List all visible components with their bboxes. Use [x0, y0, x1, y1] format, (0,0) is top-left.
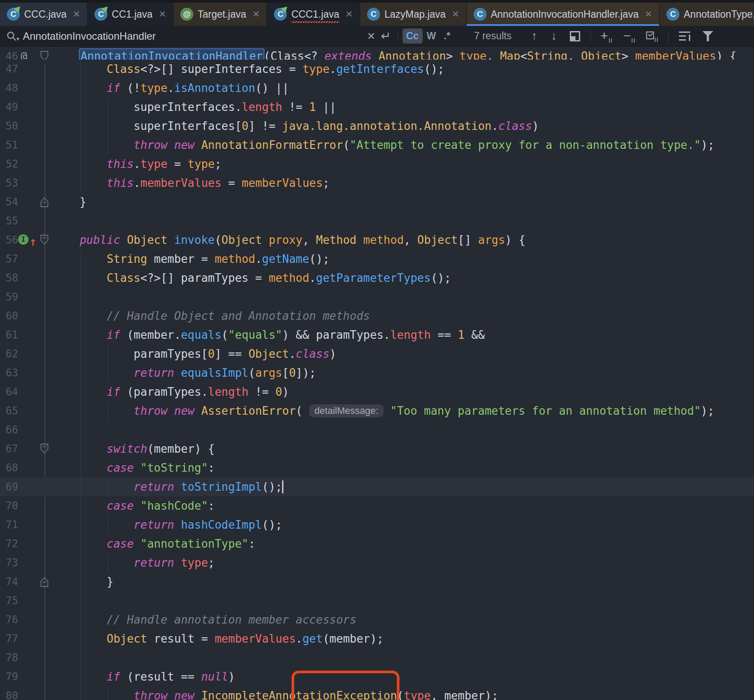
code-line-52[interactable]: 52 this.type = type;: [0, 155, 754, 173]
select-all-occurrences-button[interactable]: II: [641, 29, 664, 43]
search-input[interactable]: AnnotationInvocationHandler: [23, 30, 156, 42]
code-token: ) && paramTypes.: [282, 328, 390, 341]
code-token: type: [181, 556, 208, 569]
code-text: // Handle annotation member accessors: [53, 610, 356, 629]
code-line-53[interactable]: 53 this.memberValues = memberValues;: [0, 173, 754, 192]
code-token: =: [221, 177, 242, 189]
line-number: 65: [0, 401, 18, 420]
code-text: return equalsImpl(args[0]);: [53, 363, 316, 382]
fold-marker-icon[interactable]: [40, 50, 49, 60]
code-line-56[interactable]: 56I↑ public Object invoke(Object proxy, …: [0, 230, 754, 249]
code-editor[interactable]: 46@ AnnotationInvocationHandler(Class<? …: [0, 47, 754, 700]
remove-occurrence-button[interactable]: −II: [618, 28, 641, 44]
add-occurrence-button[interactable]: +II: [595, 28, 618, 44]
tab-close-icon[interactable]: ✕: [72, 9, 80, 19]
code-token: (member);: [323, 632, 383, 645]
tab-close-icon[interactable]: ✕: [644, 9, 652, 19]
code-token: this: [107, 158, 134, 170]
code-line-78[interactable]: 78: [0, 648, 754, 667]
code-line-71[interactable]: 71 return hashCodeImpl();: [0, 515, 754, 534]
code-token: [174, 556, 181, 569]
code-line-49[interactable]: 49 superInterfaces.length != 1 ||: [0, 98, 754, 117]
implementing-method-gutter-icon[interactable]: I: [18, 234, 28, 245]
tab-CCC1.java[interactable]: CCCC1.java✕: [267, 3, 360, 26]
match-case-toggle[interactable]: Cc: [402, 28, 423, 44]
tab-AnnotationType.java[interactable]: CAnnotationType.java: [660, 3, 754, 26]
code-line-79[interactable]: 79 if (result == null): [0, 667, 754, 686]
code-line-61[interactable]: 61 if (member.equals("equals") && paramT…: [0, 325, 754, 344]
code-token: .: [134, 158, 141, 170]
code-token: class: [296, 347, 330, 360]
code-token: ();: [309, 252, 330, 265]
code-token: [167, 689, 174, 700]
tab-LazyMap.java[interactable]: CLazyMap.java✕: [360, 3, 467, 26]
code-token: return: [134, 518, 174, 531]
code-line-80[interactable]: 80 throw new IncompleteAnnotationExcepti…: [0, 686, 754, 700]
code-line-73[interactable]: 73 return type;: [0, 553, 754, 572]
code-line-66[interactable]: 66: [0, 420, 754, 439]
code-line-74[interactable]: 74 }: [0, 572, 754, 591]
fold-marker-icon[interactable]: [40, 576, 49, 587]
tab-close-icon[interactable]: ✕: [452, 9, 459, 19]
tab-CC1.java[interactable]: CCC1.java✕: [88, 3, 173, 26]
code-line-51[interactable]: 51 throw new AnnotationFormatError("Atte…: [0, 136, 754, 155]
code-line-63[interactable]: 63 return equalsImpl(args[0]);: [0, 363, 754, 382]
regex-toggle[interactable]: .*: [440, 28, 454, 44]
open-results-in-tool-window-icon[interactable]: [570, 31, 580, 41]
search-history-chevron-icon[interactable]: ▼: [16, 36, 20, 41]
annotation-gutter-icon[interactable]: @: [21, 47, 27, 60]
fold-marker-icon[interactable]: [40, 443, 49, 454]
code-line-58[interactable]: 58 Class<?>[] paramTypes = method.getPar…: [0, 268, 754, 287]
tab-close-icon[interactable]: ✕: [346, 9, 353, 19]
code-line-69[interactable]: 69 return toStringImpl();: [0, 477, 754, 496]
code-token: .: [134, 177, 141, 189]
whole-words-toggle[interactable]: W: [423, 28, 440, 44]
code-line-64[interactable]: 64 if (paramTypes.length != 0): [0, 382, 754, 401]
tab-Target.java[interactable]: @Target.java✕: [173, 3, 267, 26]
clear-search-icon[interactable]: ✕: [364, 28, 379, 44]
code-token: equalsImpl: [181, 366, 248, 379]
tab-label: CCC.java: [24, 9, 66, 20]
code-line-54[interactable]: 54 }: [0, 192, 754, 211]
code-line-46[interactable]: 46@ AnnotationInvocationHandler(Class<? …: [0, 47, 754, 60]
fold-marker-icon[interactable]: [40, 234, 49, 246]
code-line-75[interactable]: 75: [0, 591, 754, 610]
code-line-59[interactable]: 59: [0, 287, 754, 306]
search-options-icon[interactable]: [679, 32, 690, 41]
code-token: type: [188, 158, 215, 170]
tab-close-icon[interactable]: ✕: [159, 9, 167, 19]
code-token: Object: [107, 632, 147, 645]
code-line-76[interactable]: 76 // Handle annotation member accessors: [0, 610, 754, 629]
tab-AnnotationInvocationHandler.java[interactable]: CAnnotationInvocationHandler.java✕: [467, 3, 660, 26]
insert-newline-icon[interactable]: ↵: [379, 28, 393, 44]
overrides-arrow-icon[interactable]: ↑: [29, 232, 36, 251]
code-line-72[interactable]: 72 case "annotationType":: [0, 534, 754, 553]
code-line-67[interactable]: 67 switch(member) {: [0, 439, 754, 458]
line-number: 77: [0, 629, 18, 648]
tab-close-icon[interactable]: ✕: [252, 9, 260, 19]
fold-marker-icon[interactable]: [40, 196, 49, 208]
line-number: 68: [0, 458, 18, 477]
code-token: [372, 50, 379, 60]
code-line-47[interactable]: 47 Class<?>[] superInterfaces = type.get…: [0, 60, 754, 79]
filter-icon[interactable]: [702, 31, 713, 41]
code-line-77[interactable]: 77 Object result = memberValues.get(memb…: [0, 629, 754, 648]
code-token: [383, 404, 390, 417]
code-line-48[interactable]: 48 if (!type.isAnnotation() ||: [0, 79, 754, 98]
code-line-68[interactable]: 68 case "toString":: [0, 458, 754, 477]
code-line-50[interactable]: 50 superInterfaces[0] != java.lang.annot…: [0, 117, 754, 136]
code-line-65[interactable]: 65 throw new AssertionError( detailMessa…: [0, 401, 754, 420]
code-token: Object: [417, 233, 458, 246]
tab-CCC.java[interactable]: CCCC.java✕: [0, 3, 88, 26]
code-text: if (paramTypes.length != 0): [53, 382, 289, 401]
run-arrow-icon: [281, 4, 290, 13]
code-line-70[interactable]: 70 case "hashCode":: [0, 496, 754, 515]
next-occurrence-button[interactable]: ↓: [544, 29, 564, 43]
code-line-57[interactable]: 57 String member = method.getName();: [0, 249, 754, 268]
code-line-62[interactable]: 62 paramTypes[0] == Object.class): [0, 344, 754, 363]
code-line-55[interactable]: 55: [0, 211, 754, 230]
code-token: );: [701, 139, 714, 151]
previous-occurrence-button[interactable]: ↑: [525, 29, 544, 43]
code-token: Map: [500, 50, 520, 60]
code-line-60[interactable]: 60 // Handle Object and Annotation metho…: [0, 306, 754, 325]
